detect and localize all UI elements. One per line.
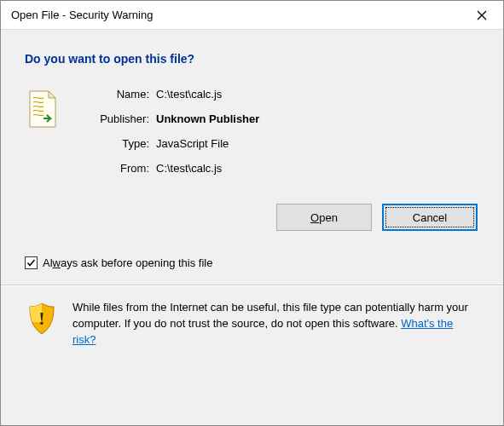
window-title: Open File - Security Warning: [11, 9, 153, 21]
publisher-label: Publisher:: [78, 112, 149, 125]
open-button[interactable]: Open: [276, 204, 372, 231]
always-ask-checkbox[interactable]: [25, 256, 38, 269]
warning-text: While files from the Internet can be use…: [72, 300, 479, 348]
close-button[interactable]: [462, 2, 501, 29]
dialog-heading: Do you want to open this file?: [25, 52, 479, 66]
file-details: Name: C:\test\calc.js Publisher: Unknown…: [78, 88, 259, 175]
svg-text:!: !: [38, 308, 44, 329]
type-label: Type:: [78, 137, 149, 150]
shield-warning-icon: !: [26, 302, 57, 338]
type-value: JavaScript File: [156, 137, 259, 150]
name-label: Name:: [78, 88, 149, 101]
open-accel: O: [310, 211, 319, 224]
warning-row: ! While files from the Internet can be u…: [25, 300, 479, 348]
open-rest: pen: [319, 211, 338, 224]
divider: [1, 285, 503, 286]
file-info-row: Name: C:\test\calc.js Publisher: Unknown…: [25, 88, 479, 175]
always-ask-label: Always ask before opening this file: [43, 256, 212, 269]
check-icon: [26, 258, 36, 268]
from-label: From:: [78, 162, 149, 175]
name-value: C:\test\calc.js: [156, 88, 259, 101]
dialog-content: Do you want to open this file? Name: C:\…: [1, 30, 503, 425]
close-icon: [477, 10, 487, 20]
script-file-icon: [25, 89, 59, 133]
titlebar: Open File - Security Warning: [1, 1, 503, 30]
publisher-value: Unknown Publisher: [156, 112, 259, 125]
button-row: Open Cancel: [25, 204, 479, 231]
from-value: C:\test\calc.js: [156, 162, 259, 175]
always-ask-row[interactable]: Always ask before opening this file: [25, 256, 479, 269]
cancel-button[interactable]: Cancel: [382, 204, 478, 231]
